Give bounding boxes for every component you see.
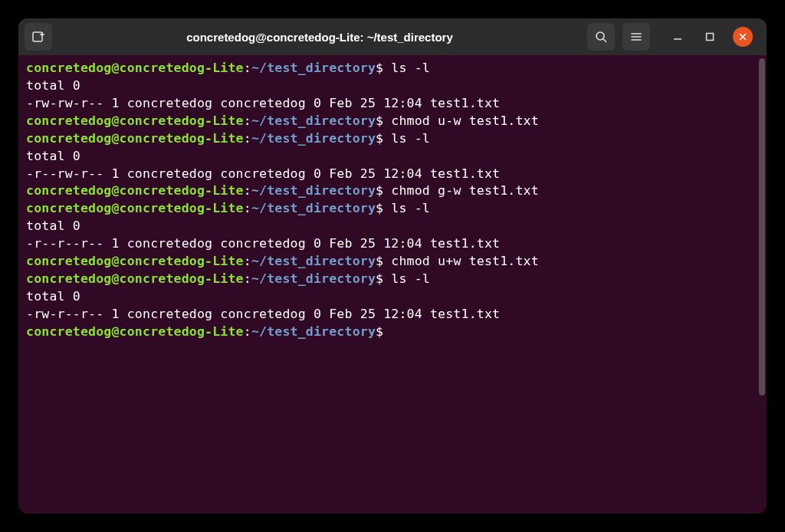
output-text: -r--r--r-- 1 concretedog concretedog 0 F…: [26, 236, 500, 251]
prompt-colon: :: [244, 61, 251, 75]
prompt-colon: :: [244, 271, 251, 286]
prompt-path: ~/test_directory: [251, 201, 376, 215]
command-text: chmod g-w test1.txt: [383, 183, 539, 198]
titlebar-right: [587, 23, 760, 51]
output-text: -rw-r--r-- 1 concretedog concretedog 0 F…: [26, 307, 500, 321]
close-button[interactable]: [733, 27, 753, 47]
window-title: concretedog@concretedog-Lite: ~/test_dir…: [58, 31, 581, 44]
output-text: total 0: [26, 289, 80, 304]
terminal-line: -rw-rw-r-- 1 concretedog concretedog 0 F…: [26, 95, 759, 113]
output-text: total 0: [26, 218, 80, 233]
command-text: ls -l: [383, 271, 430, 286]
prompt-userhost: concretedog@concretedog-Lite: [26, 61, 244, 75]
output-text: total 0: [26, 78, 80, 93]
prompt-dollar: $: [376, 254, 383, 268]
prompt-userhost: concretedog@concretedog-Lite: [26, 201, 244, 215]
terminal-line: concretedog@concretedog-Lite:~/test_dire…: [26, 200, 759, 218]
prompt-path: ~/test_directory: [251, 271, 376, 286]
new-tab-icon: [31, 30, 45, 44]
terminal-line: -r--r--r-- 1 concretedog concretedog 0 F…: [26, 235, 759, 253]
terminal-line: total 0: [26, 77, 759, 95]
output-text: -r--rw-r-- 1 concretedog concretedog 0 F…: [26, 166, 500, 181]
search-button[interactable]: [587, 23, 615, 51]
close-icon: [739, 33, 747, 41]
terminal-line: -r--rw-r-- 1 concretedog concretedog 0 F…: [26, 166, 759, 183]
command-text: ls -l: [383, 131, 430, 146]
command-text: ls -l: [383, 201, 430, 215]
terminal-content[interactable]: concretedog@concretedog-Lite:~/test_dire…: [18, 55, 767, 514]
svg-rect-0: [33, 32, 42, 41]
maximize-icon: [705, 32, 714, 41]
prompt-path: ~/test_directory: [251, 131, 376, 146]
terminal-line: -rw-r--r-- 1 concretedog concretedog 0 F…: [26, 306, 759, 323]
prompt-dollar: $: [376, 113, 383, 128]
prompt-path: ~/test_directory: [251, 254, 376, 268]
prompt-colon: :: [244, 324, 251, 339]
prompt-colon: :: [244, 254, 251, 268]
prompt-path: ~/test_directory: [251, 183, 376, 198]
terminal-line: total 0: [26, 218, 759, 235]
prompt-dollar: $: [376, 201, 383, 215]
new-tab-button[interactable]: [25, 23, 52, 51]
window-controls: [668, 27, 753, 47]
terminal-line: total 0: [26, 148, 759, 166]
terminal-line: total 0: [26, 288, 759, 306]
prompt-userhost: concretedog@concretedog-Lite: [26, 113, 244, 128]
prompt-dollar: $: [376, 131, 383, 146]
prompt-colon: :: [244, 183, 251, 198]
prompt-path: ~/test_directory: [251, 61, 376, 75]
prompt-userhost: concretedog@concretedog-Lite: [26, 271, 244, 286]
prompt-path: ~/test_directory: [251, 113, 376, 128]
menu-button[interactable]: [622, 23, 650, 51]
prompt-colon: :: [244, 201, 251, 215]
scrollbar[interactable]: [759, 58, 765, 396]
prompt-dollar: $: [376, 61, 383, 75]
terminal-line: concretedog@concretedog-Lite:~/test_dire…: [26, 323, 759, 341]
terminal-line: concretedog@concretedog-Lite:~/test_dire…: [26, 182, 759, 200]
svg-line-4: [603, 39, 606, 42]
command-text: chmod u+w test1.txt: [383, 254, 539, 268]
terminal-window: concretedog@concretedog-Lite: ~/test_dir…: [18, 18, 767, 514]
prompt-userhost: concretedog@concretedog-Lite: [26, 254, 244, 268]
minimize-icon: [673, 32, 682, 41]
maximize-button[interactable]: [701, 28, 719, 46]
prompt-userhost: concretedog@concretedog-Lite: [26, 131, 244, 146]
svg-rect-9: [707, 34, 714, 41]
output-text: total 0: [26, 149, 80, 163]
prompt-dollar: $: [376, 183, 383, 198]
prompt-dollar: $: [376, 324, 383, 339]
terminal-line: concretedog@concretedog-Lite:~/test_dire…: [26, 130, 759, 148]
prompt-dollar: $: [376, 271, 383, 286]
prompt-userhost: concretedog@concretedog-Lite: [26, 324, 244, 339]
titlebar-left: [25, 23, 52, 51]
titlebar: concretedog@concretedog-Lite: ~/test_dir…: [18, 18, 767, 55]
terminal-line: concretedog@concretedog-Lite:~/test_dire…: [26, 60, 759, 77]
command-text: chmod u-w test1.txt: [383, 113, 539, 128]
command-text: ls -l: [383, 61, 430, 75]
terminal-line: concretedog@concretedog-Lite:~/test_dire…: [26, 271, 759, 288]
output-text: -rw-rw-r-- 1 concretedog concretedog 0 F…: [26, 96, 500, 110]
search-icon: [595, 31, 607, 43]
terminal-line: concretedog@concretedog-Lite:~/test_dire…: [26, 253, 759, 271]
terminal-line: concretedog@concretedog-Lite:~/test_dire…: [26, 113, 759, 130]
prompt-userhost: concretedog@concretedog-Lite: [26, 183, 244, 198]
prompt-path: ~/test_directory: [251, 324, 376, 339]
prompt-colon: :: [244, 131, 251, 146]
prompt-colon: :: [244, 113, 251, 128]
minimize-button[interactable]: [668, 28, 687, 46]
hamburger-icon: [630, 31, 642, 43]
